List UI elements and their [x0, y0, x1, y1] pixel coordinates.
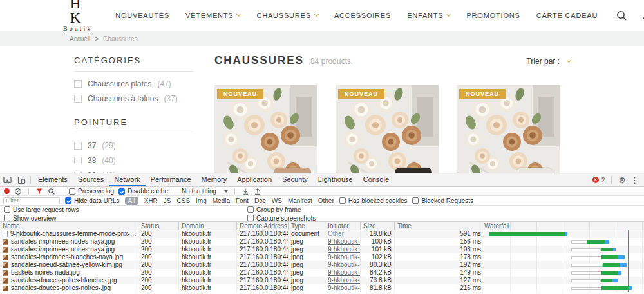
inspect-element-icon[interactable]: [0, 173, 14, 186]
nav-item-accessoires[interactable]: ACCESSOIRES: [334, 12, 391, 19]
tab-memory[interactable]: Memory: [196, 173, 232, 186]
more-options-icon[interactable]: ⋮: [630, 176, 639, 184]
column-header-remote-address[interactable]: Remote Address: [237, 222, 289, 230]
request-row[interactable]: baskets-noires-nada.jpg200hkboutik.fr217…: [0, 269, 644, 277]
disable-cache-checkbox[interactable]: Disable cache: [118, 188, 168, 195]
filter-input[interactable]: [3, 197, 60, 204]
column-header-status[interactable]: Status: [138, 222, 179, 230]
category-filter-chaussures-a-talons[interactable]: Chaussures à talons(37): [74, 94, 194, 103]
request-row[interactable]: sandales-imprimees-blanches-naya.jpg200h…: [0, 253, 644, 261]
settings-gear-icon[interactable]: ⚙: [618, 176, 626, 184]
type-filter-doc[interactable]: Doc: [254, 197, 266, 204]
request-row[interactable]: sandales-noeud-satinee-yellow-kim.jpg200…: [0, 261, 644, 269]
tab-network[interactable]: Network: [109, 173, 145, 186]
request-row[interactable]: 9-hkboutik-chaussures-femme-mode-prix-mi…: [0, 230, 644, 238]
capture-screenshots-checkbox[interactable]: Capture screenshots: [247, 215, 640, 222]
show-overview-checkbox[interactable]: Show overview: [4, 215, 247, 222]
categories-title: CATÉGORIES: [74, 55, 194, 72]
preserve-log-checkbox[interactable]: Preserve log: [69, 188, 114, 195]
type-filter-media[interactable]: Media: [213, 197, 230, 204]
tab-sources[interactable]: Sources: [73, 173, 109, 186]
type-filter-ws[interactable]: WS: [272, 197, 282, 204]
use-large-rows-checkbox[interactable]: Use large request rows: [4, 206, 247, 213]
tab-security[interactable]: Security: [277, 173, 313, 186]
type-filter-xhr[interactable]: XHR: [144, 197, 158, 204]
column-header-initiator[interactable]: Initiator: [325, 222, 361, 230]
checkbox-unchecked[interactable]: [74, 142, 82, 150]
tab-application[interactable]: Application: [232, 173, 277, 186]
record-network-log-button[interactable]: [4, 188, 10, 194]
type-filter-all[interactable]: All: [125, 197, 138, 205]
product-card[interactable]: NOUVEAU: [457, 85, 560, 173]
column-header-type[interactable]: Type: [289, 222, 325, 230]
product-card[interactable]: NOUVEAU: [336, 85, 439, 173]
nav-item-chaussures[interactable]: CHAUSSURES: [256, 12, 317, 19]
request-size: 73.8 kB: [361, 277, 395, 284]
checkbox-unchecked[interactable]: [74, 80, 82, 88]
checkbox-unchecked[interactable]: [4, 215, 10, 221]
request-row[interactable]: sandales-imprimees-nudes-naya.jpg200hkbo…: [0, 238, 644, 246]
checkbox-unchecked[interactable]: [412, 197, 419, 204]
group-by-frame-checkbox[interactable]: Group by frame: [247, 206, 640, 213]
checkbox-checked[interactable]: [118, 188, 125, 195]
breadcrumb-home[interactable]: Accueil: [70, 35, 90, 43]
type-filter-css[interactable]: CSS: [177, 197, 191, 204]
initiator-link[interactable]: 9-hkboutik-c…: [328, 253, 361, 261]
export-har-icon[interactable]: [254, 188, 261, 195]
type-filter-js[interactable]: JS: [164, 197, 171, 204]
initiator-link[interactable]: 9-hkboutik-c…: [328, 277, 361, 284]
nav-item-nouveautes[interactable]: NOUVEAUTÉS: [115, 12, 169, 19]
tab-lighthouse[interactable]: Lighthouse: [313, 173, 358, 186]
account-icon[interactable]: [641, 10, 644, 21]
site-logo[interactable]: H K Boutik: [63, 0, 92, 34]
blocked-requests-checkbox[interactable]: Blocked Requests: [412, 197, 473, 204]
size-filter-38[interactable]: 38(40): [74, 156, 194, 165]
size-filter-37[interactable]: 37(29): [74, 141, 194, 150]
product-card[interactable]: NOUVEAU: [214, 85, 317, 173]
search-network-icon[interactable]: [48, 188, 55, 195]
type-filter-img[interactable]: Img: [196, 197, 207, 204]
request-row[interactable]: sandales-imprimees-noires-naya.jpg200hkb…: [0, 246, 644, 253]
import-har-icon[interactable]: [242, 188, 249, 195]
search-icon[interactable]: [616, 10, 627, 21]
tab-elements[interactable]: Elements: [33, 173, 73, 186]
clear-network-log-icon[interactable]: [14, 188, 22, 195]
nav-item-enfants[interactable]: ENFANTS: [407, 12, 450, 19]
column-header-domain[interactable]: Domain: [179, 222, 237, 230]
request-row[interactable]: sandales-douces-polies-blanches.jpg200hk…: [0, 277, 644, 284]
sort-dropdown[interactable]: Trier par :: [526, 57, 571, 66]
checkbox-unchecked[interactable]: [4, 206, 10, 213]
initiator-link[interactable]: 9-hkboutik-c…: [328, 284, 361, 292]
console-errors-badge[interactable]: ✕ 2: [592, 177, 605, 184]
nav-item-carte-cadeau[interactable]: CARTE CADEAU: [536, 12, 598, 19]
category-filter-chaussures-plates[interactable]: Chaussures plates(47): [74, 79, 194, 88]
column-header-name[interactable]: Name: [0, 222, 138, 230]
has-blocked-cookies-checkbox[interactable]: Has blocked cookies: [339, 197, 408, 204]
checkbox-unchecked[interactable]: [247, 215, 254, 221]
checkbox-unchecked[interactable]: [339, 197, 346, 204]
initiator-link[interactable]: 9-hkboutik-c…: [328, 246, 361, 253]
initiator-link[interactable]: 9-hkboutik-c…: [328, 269, 361, 277]
tab-console[interactable]: Console: [358, 173, 394, 186]
initiator-link[interactable]: 9-hkboutik-c…: [328, 261, 361, 269]
tab-performance[interactable]: Performance: [146, 173, 196, 186]
type-filter-font[interactable]: Font: [236, 197, 249, 204]
checkbox-unchecked[interactable]: [74, 95, 82, 103]
request-row[interactable]: sandales-douces-polies-noires-.jpg200hkb…: [0, 284, 644, 292]
nav-item-promotions[interactable]: PROMOTIONS: [466, 12, 520, 19]
column-header-size[interactable]: Size: [361, 222, 395, 230]
checkbox-unchecked[interactable]: [74, 157, 82, 164]
hide-data-urls-checkbox[interactable]: Hide data URLs: [65, 197, 120, 204]
nav-item-vetements[interactable]: VÊTEMENTS: [185, 12, 240, 19]
checkbox-unchecked[interactable]: [247, 206, 254, 213]
type-filter-other[interactable]: Other: [318, 197, 334, 204]
column-header-time[interactable]: Time: [395, 222, 484, 230]
column-header-waterfall[interactable]: Waterfall: [484, 222, 644, 230]
initiator-link[interactable]: 9-hkboutik-c…: [328, 238, 361, 246]
checkbox-unchecked[interactable]: [69, 188, 75, 195]
type-filter-manifest[interactable]: Manifest: [288, 197, 312, 204]
checkbox-checked[interactable]: [65, 197, 71, 204]
device-toolbar-icon[interactable]: [14, 173, 28, 186]
throttling-select[interactable]: No throttling: [182, 188, 228, 195]
filter-funnel-icon[interactable]: [35, 188, 43, 195]
